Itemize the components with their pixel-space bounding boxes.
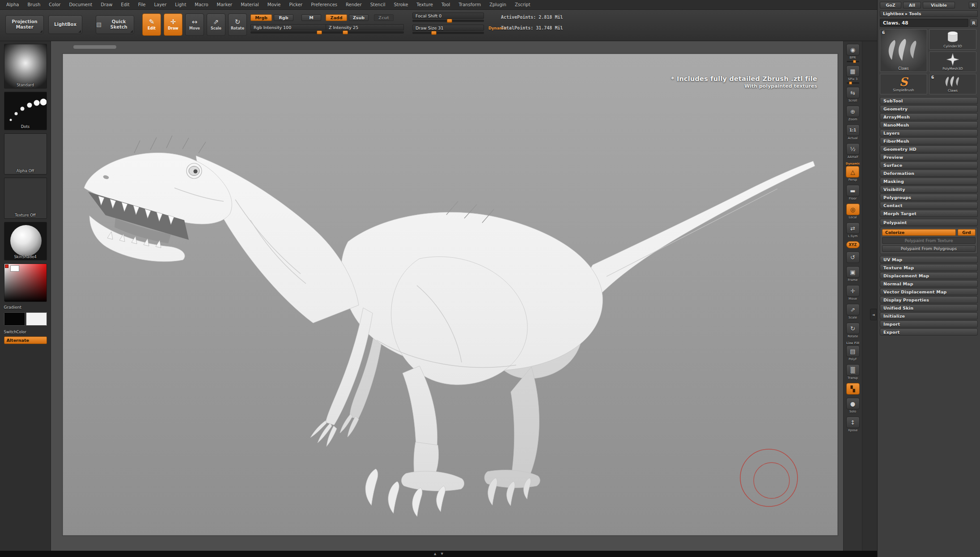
z-intensity-slider[interactable]: Z Intensity 25 bbox=[326, 24, 404, 34]
scale-mode-button[interactable]: ⇗Scale bbox=[207, 13, 225, 36]
edit-mode-button[interactable]: ✎Edit bbox=[142, 13, 161, 36]
section-contact[interactable]: Contact bbox=[880, 202, 978, 209]
bpr-slider[interactable] bbox=[847, 61, 859, 62]
rgb-intensity-slider[interactable]: Rgb Intensity 100 bbox=[250, 24, 329, 34]
scale-icon[interactable]: ⇗ bbox=[846, 304, 860, 315]
m-button[interactable]: M bbox=[301, 14, 321, 21]
menu-item-edit[interactable]: Edit bbox=[121, 2, 129, 7]
focal-shift-slider[interactable]: Focal Shift 0 bbox=[412, 13, 484, 22]
xyz-icon[interactable]: XYZ bbox=[846, 241, 860, 248]
z-intensity-handle[interactable] bbox=[343, 30, 348, 34]
gradient-toggle[interactable]: Gradient bbox=[4, 305, 47, 310]
texture-thumbnail[interactable]: Texture Off bbox=[4, 178, 47, 219]
persp-icon[interactable]: △ bbox=[846, 166, 859, 178]
menu-item-color[interactable]: Color bbox=[49, 2, 60, 7]
section-deformation[interactable]: Deformation bbox=[880, 170, 978, 177]
zcut-button[interactable]: Zcut bbox=[374, 14, 394, 21]
section-export[interactable]: Export bbox=[880, 328, 978, 336]
menu-item-file[interactable]: File bbox=[138, 2, 146, 7]
stroke-thumbnail[interactable]: Dots bbox=[4, 92, 47, 130]
menu-item-document[interactable]: Document bbox=[69, 2, 92, 7]
tool-thumb-polymesh3d[interactable]: PolyMesh3D bbox=[929, 51, 976, 72]
section-nanomesh[interactable]: NanoMesh bbox=[880, 121, 978, 128]
actual-icon[interactable]: 1:1 bbox=[846, 124, 860, 136]
focal-shift-handle[interactable] bbox=[447, 19, 452, 23]
spix-slider[interactable] bbox=[847, 82, 859, 84]
menu-item-draw[interactable]: Draw bbox=[101, 2, 112, 7]
material-thumbnail[interactable]: SkinShade4 bbox=[4, 222, 47, 260]
local-icon[interactable]: ◎ bbox=[846, 204, 860, 215]
lsym-icon[interactable]: ⇄ bbox=[846, 222, 860, 234]
canvas-scrollbar[interactable] bbox=[73, 45, 116, 49]
polypaint-from-polygroups-button[interactable]: Polypaint From Polygroups bbox=[882, 245, 976, 252]
menu-item-marker[interactable]: Marker bbox=[217, 2, 233, 7]
current-color-swatch[interactable] bbox=[10, 265, 19, 272]
menu-item-material[interactable]: Material bbox=[241, 2, 259, 7]
transp-icon[interactable]: ▒ bbox=[846, 364, 860, 376]
grd-button[interactable]: Grd bbox=[958, 229, 976, 236]
spin-icon[interactable]: ↺ bbox=[846, 251, 860, 263]
alternate-button[interactable]: Alternate bbox=[4, 336, 47, 344]
bottom-scroll-down-icon[interactable]: ▼ bbox=[441, 553, 443, 556]
section-layers[interactable]: Layers bbox=[880, 129, 978, 136]
z-intensity-track[interactable] bbox=[326, 31, 404, 34]
menu-item-movie[interactable]: Movie bbox=[267, 2, 281, 7]
lightbox-tools-bar[interactable]: Lightbox ▸ Tools bbox=[880, 10, 978, 17]
section-visibility[interactable]: Visibility bbox=[880, 186, 978, 193]
tool-preview-claws[interactable]: 6 Claws bbox=[880, 29, 927, 72]
ghost-icon[interactable]: ▚ bbox=[846, 383, 860, 395]
section-polygroups[interactable]: Polygroups bbox=[880, 194, 978, 201]
section-surface[interactable]: Surface bbox=[880, 162, 978, 169]
all-button[interactable]: All bbox=[903, 2, 921, 9]
draw-size-slider[interactable]: Draw Size 31 bbox=[412, 25, 484, 34]
menu-item-texture[interactable]: Texture bbox=[416, 2, 433, 7]
section-polypaint[interactable]: Polypaint bbox=[880, 219, 978, 226]
menu-item-alpha[interactable]: Alpha bbox=[6, 2, 19, 7]
panel-collapse-arrow-icon[interactable]: ◄ bbox=[870, 309, 877, 320]
zadd-button[interactable]: Zadd bbox=[326, 14, 347, 21]
rotate-mode-button[interactable]: ↻Rotate bbox=[228, 13, 247, 36]
menu-item-layer[interactable]: Layer bbox=[154, 2, 166, 7]
section-initialize[interactable]: Initialize bbox=[880, 312, 978, 319]
menu-item-picker[interactable]: Picker bbox=[289, 2, 302, 7]
lightbox-button[interactable]: LightBox bbox=[48, 15, 82, 34]
section-unified-skin[interactable]: Unified Skin bbox=[880, 304, 978, 311]
rotate-icon[interactable]: ↻ bbox=[846, 323, 860, 334]
frame-icon[interactable]: ▣ bbox=[846, 266, 860, 278]
tool-thumb-cylinder3d[interactable]: Cylinder3D bbox=[929, 29, 976, 50]
menu-item-stroke[interactable]: Stroke bbox=[394, 2, 408, 7]
color-picker[interactable] bbox=[4, 264, 47, 302]
section-geometry[interactable]: Geometry bbox=[880, 105, 978, 112]
zoom-icon[interactable]: ⊕ bbox=[846, 106, 860, 117]
visible-button[interactable]: Visible bbox=[923, 2, 955, 9]
solo-icon[interactable]: ● bbox=[846, 398, 860, 409]
tool-r-button[interactable]: R bbox=[970, 19, 978, 27]
tool-thumb-simplebrush[interactable]: S SimpleBrush bbox=[880, 74, 927, 94]
main-color-swatch[interactable] bbox=[4, 312, 25, 326]
quick-sketch-button[interactable]: ▧ Quick Sketch bbox=[96, 15, 134, 34]
section-masking[interactable]: Masking bbox=[880, 178, 978, 185]
tool-thumb-claws-small[interactable]: 6 Claws bbox=[929, 74, 976, 94]
rgb-intensity-track[interactable] bbox=[250, 31, 329, 34]
goz-button[interactable]: GoZ bbox=[880, 2, 901, 9]
section-import[interactable]: Import bbox=[880, 320, 978, 327]
menu-item-stencil[interactable]: Stencil bbox=[370, 2, 386, 7]
alpha-thumbnail[interactable]: Alpha Off bbox=[4, 133, 47, 174]
brush-thumbnail[interactable]: Standard bbox=[4, 44, 47, 89]
section-morph-target[interactable]: Morph Target bbox=[880, 210, 978, 217]
menu-item-zscript[interactable]: Zscript bbox=[515, 2, 530, 7]
section-arraymesh[interactable]: ArrayMesh bbox=[880, 113, 978, 120]
r-button[interactable]: R bbox=[969, 2, 978, 9]
floor-icon[interactable]: ▬ bbox=[846, 185, 860, 196]
document-viewport[interactable]: * Includes fully detailed Zbrush .ztl fi… bbox=[63, 54, 838, 536]
switchcolor-label[interactable]: SwitchColor bbox=[4, 330, 47, 334]
rgb-button[interactable]: Rgb bbox=[274, 14, 293, 21]
spix-icon[interactable]: ▦ bbox=[846, 65, 860, 77]
draw-size-handle[interactable] bbox=[431, 31, 437, 35]
section-displacement-map[interactable]: Displacement Map bbox=[880, 272, 978, 279]
menu-item-transform[interactable]: Transform bbox=[458, 2, 481, 7]
section-subtool[interactable]: SubTool bbox=[880, 97, 978, 104]
section-preview[interactable]: Preview bbox=[880, 153, 978, 161]
section-uv-map[interactable]: UV Map bbox=[880, 256, 978, 263]
menu-item-brush[interactable]: Brush bbox=[27, 2, 40, 7]
